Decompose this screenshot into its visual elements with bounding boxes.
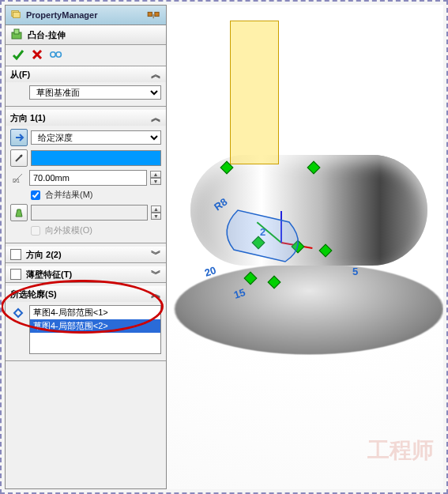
chevron-up-icon: ︽: [151, 67, 161, 81]
draft-outward-checkbox: [31, 226, 40, 236]
section-thin-header[interactable]: 薄壁特征(T) ︾: [6, 266, 166, 282]
svg-rect-2: [148, 12, 152, 16]
section-dir2-label: 方向 2(2): [26, 249, 62, 261]
direction-selection-box[interactable]: [31, 150, 161, 166]
pm-header: PropertyManager: [6, 6, 166, 25]
layers-icon: [10, 9, 21, 21]
feature-title: 凸台-拉伸: [28, 29, 66, 41]
svg-point-10: [56, 52, 61, 57]
depth-icon: D1: [10, 170, 26, 186]
watermark: 工程师: [367, 436, 434, 466]
ok-icon[interactable]: [12, 48, 24, 62]
list-item[interactable]: 草图4-局部范围<2>: [30, 319, 160, 333]
chevron-up-icon: ︽: [151, 111, 161, 125]
section-dir1: 方向 1(1) ︽ 给定深度 D1: [6, 110, 166, 243]
thin-enable-checkbox[interactable]: [10, 269, 21, 280]
feature-header: 凸台-拉伸: [6, 25, 166, 45]
dimension-5[interactable]: 5: [352, 266, 358, 277]
svg-rect-1: [13, 12, 21, 17]
direction-vector-button[interactable]: [10, 149, 28, 167]
from-select[interactable]: 草图基准面: [29, 85, 161, 100]
svg-point-9: [51, 52, 55, 57]
contour-list[interactable]: 草图4-局部范围<1>草图4-局部范围<2>: [29, 305, 161, 354]
detailed-preview-icon[interactable]: [50, 48, 62, 62]
svg-marker-16: [14, 309, 22, 317]
extrude-boss-icon: [10, 28, 23, 42]
draft-button[interactable]: [10, 204, 28, 221]
section-contours-label: 所选轮廓(S): [10, 288, 57, 300]
cancel-icon[interactable]: [31, 48, 43, 62]
section-from: 从(F) ︽ 草图基准面: [6, 66, 166, 107]
merge-checkbox[interactable]: [31, 190, 40, 200]
section-contours: 所选轮廓(S) ︽ 草图4-局部范围<1>草图4-局部范围<2>: [6, 286, 166, 361]
svg-marker-15: [16, 209, 22, 217]
pm-title: PropertyManager: [26, 10, 97, 20]
reverse-direction-button[interactable]: [10, 129, 28, 146]
sketch-contour: [214, 202, 325, 273]
section-contours-header[interactable]: 所选轮廓(S) ︽: [6, 286, 166, 302]
dir2-enable-checkbox[interactable]: [10, 249, 21, 260]
section-thin-label: 薄壁特征(T): [26, 269, 72, 281]
chevron-down-icon: ︾: [151, 247, 161, 262]
end-condition-select[interactable]: 给定深度: [31, 130, 161, 145]
section-from-label: 从(F): [10, 69, 30, 81]
section-from-header[interactable]: 从(F) ︽: [6, 66, 166, 82]
depth-input[interactable]: [29, 170, 147, 186]
section-dir2-header[interactable]: 方向 2(2) ︾: [6, 247, 166, 262]
chevron-up-icon: ︽: [151, 287, 161, 301]
depth-spinner[interactable]: ▲▼: [150, 171, 161, 185]
list-item[interactable]: 草图4-局部范围<1>: [30, 306, 160, 319]
graphics-viewport[interactable]: R8 20 15 5 2 工程师: [167, 5, 443, 489]
extrude-preview: [230, 21, 279, 164]
section-dir2: 方向 2(2) ︾: [6, 247, 166, 263]
svg-rect-6: [14, 29, 19, 34]
draft-angle-input: [31, 205, 148, 221]
confirm-row: [6, 45, 166, 66]
section-dir1-header[interactable]: 方向 1(1) ︽: [6, 110, 166, 126]
svg-text:D1: D1: [13, 178, 20, 183]
section-dir1-label: 方向 1(1): [10, 112, 46, 124]
draft-spinner: ▲▼: [151, 206, 161, 220]
draft-outward-label: 向外拔模(O): [45, 224, 92, 236]
property-manager-panel: PropertyManager 凸台-拉伸 从(F) ︽: [5, 5, 167, 489]
chevron-down-icon: ︾: [151, 267, 161, 281]
pin-icon[interactable]: [147, 9, 161, 21]
part-body: [175, 264, 443, 355]
svg-rect-3: [155, 12, 159, 16]
section-thin: 薄壁特征(T) ︾: [6, 266, 166, 283]
contour-icon: [10, 305, 26, 321]
merge-label: 合并结果(M): [45, 189, 93, 201]
